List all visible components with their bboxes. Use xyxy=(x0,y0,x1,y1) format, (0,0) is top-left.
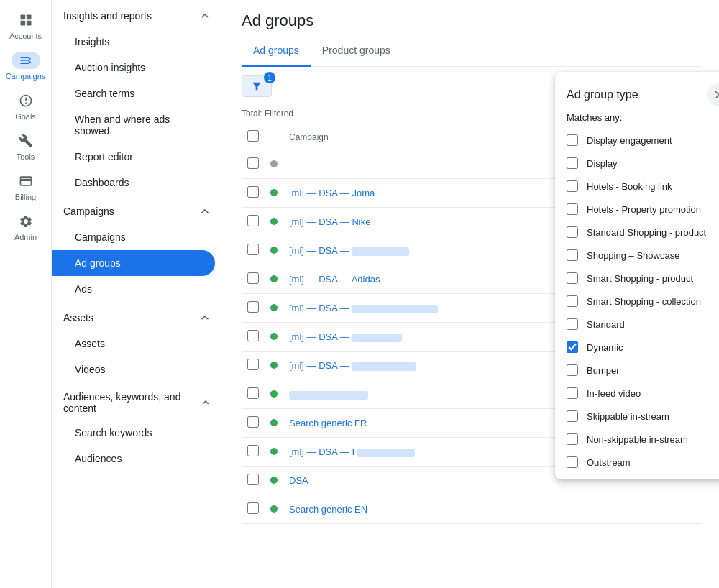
campaign-link[interactable]: DSA xyxy=(289,475,308,486)
option-checkbox-smart-shopping-product[interactable] xyxy=(567,272,578,284)
row-checkbox[interactable] xyxy=(247,474,259,485)
row-checkbox[interactable] xyxy=(247,359,259,370)
campaign-link[interactable]: [ml] — DSA — xyxy=(289,360,352,371)
sidebar-item-auction-insights[interactable]: Auction insights xyxy=(52,55,215,81)
status-dot xyxy=(270,247,278,254)
filter-option-outstream[interactable]: Outstream xyxy=(555,451,719,474)
sidebar-item-audiences[interactable]: Audiences xyxy=(52,446,215,472)
select-all-checkbox[interactable] xyxy=(247,130,259,142)
row-checkbox[interactable] xyxy=(247,272,259,284)
status-dot xyxy=(270,218,278,225)
filter-option-smart-shopping-collection[interactable]: Smart Shopping - collection xyxy=(555,290,719,313)
filter-option-bumper[interactable]: Bumper xyxy=(555,359,719,382)
sidebar-section-campaigns[interactable]: Campaigns xyxy=(52,196,224,224)
sidebar-section-insights-reports[interactable]: Insights and reports xyxy=(52,0,224,29)
row-checkbox[interactable] xyxy=(247,416,259,428)
close-modal-button[interactable] xyxy=(707,83,719,106)
filter-option-hotels-property[interactable]: Hotels - Property promotion xyxy=(555,198,719,221)
campaign-link[interactable]: [ml] — DSA — xyxy=(289,331,352,342)
filter-option-in-feed-video[interactable]: In-feed video xyxy=(555,382,719,405)
campaign-link[interactable]: [ml] — DSA — Adidas xyxy=(289,274,380,285)
campaign-link[interactable]: [ml] — DSA — I xyxy=(289,446,357,457)
campaign-link[interactable]: [ml] — DSA — Joma xyxy=(289,188,375,198)
option-checkbox-smart-shopping-collection[interactable] xyxy=(567,295,578,307)
filter-option-smart-shopping-product[interactable]: Smart Shopping - product xyxy=(555,267,719,290)
sidebar-item-search-keywords[interactable]: Search keywords xyxy=(52,420,215,446)
filter-option-display-engagement[interactable]: Display engagement xyxy=(555,129,719,152)
tab-product-groups[interactable]: Product groups xyxy=(311,36,402,67)
sidebar-item-assets[interactable]: Assets xyxy=(52,331,215,357)
row-checkbox[interactable] xyxy=(247,244,259,255)
admin-icon xyxy=(19,214,33,229)
option-checkbox-display[interactable] xyxy=(567,157,578,169)
svg-rect-3 xyxy=(26,21,31,26)
option-label: Hotels - Booking link xyxy=(587,181,672,192)
sidebar-section-audiences[interactable]: Audiences, keywords, and content xyxy=(52,382,224,420)
option-label: Display engagement xyxy=(587,135,672,146)
goals-icon xyxy=(19,93,33,108)
filter-option-non-skippable-instream[interactable]: Non-skippable in-stream xyxy=(555,428,719,451)
sidebar-item-insights[interactable]: Insights xyxy=(52,29,215,55)
option-checkbox-shopping-showcase[interactable] xyxy=(567,249,578,261)
option-checkbox-standard-shopping[interactable] xyxy=(567,226,578,238)
option-checkbox-skippable-instream[interactable] xyxy=(567,410,578,422)
filter-option-standard-shopping[interactable]: Standard Shopping - product xyxy=(555,221,719,244)
status-dot xyxy=(270,419,278,426)
row-checkbox[interactable] xyxy=(247,330,259,341)
row-checkbox[interactable] xyxy=(247,502,259,514)
campaign-link[interactable]: [ml] — DSA — xyxy=(289,303,352,313)
chevron-up-icon-2 xyxy=(198,204,212,219)
sidebar-item-search-terms[interactable]: Search terms xyxy=(52,81,215,106)
campaign-link[interactable]: Search generic EN xyxy=(289,504,367,515)
filter-option-dynamic[interactable]: Dynamic xyxy=(555,336,719,359)
sidebar-item-billing[interactable]: Billing xyxy=(0,167,51,207)
sidebar-item-ad-groups[interactable]: Ad groups xyxy=(52,250,215,276)
option-checkbox-standard[interactable] xyxy=(567,318,578,330)
tab-ad-groups[interactable]: Ad groups xyxy=(242,36,311,67)
svg-rect-0 xyxy=(20,15,25,20)
filter-option-hotels-booking[interactable]: Hotels - Booking link xyxy=(555,175,719,198)
row-checkbox[interactable] xyxy=(247,301,259,313)
filter-button[interactable]: 1 xyxy=(242,75,272,97)
option-checkbox-dynamic[interactable] xyxy=(567,341,578,353)
option-checkbox-in-feed-video[interactable] xyxy=(567,387,578,399)
sidebar-item-when-where[interactable]: When and where ads showed xyxy=(52,106,215,144)
billing-icon xyxy=(19,174,33,188)
sidebar-item-goals[interactable]: Goals xyxy=(0,86,51,127)
option-checkbox-outstream[interactable] xyxy=(567,456,578,468)
option-checkbox-hotels-property[interactable] xyxy=(567,203,578,215)
sidebar-item-tools[interactable]: Tools xyxy=(0,127,51,167)
option-label: Smart Shopping - product xyxy=(587,273,693,284)
filter-option-skippable-instream[interactable]: Skippable in-stream xyxy=(555,405,719,428)
campaign-link[interactable]: [ml] — DSA — xyxy=(289,245,352,256)
svg-rect-1 xyxy=(26,15,31,20)
option-checkbox-display-engagement[interactable] xyxy=(567,134,578,146)
sidebar-item-campaigns-link[interactable]: Campaigns xyxy=(52,224,215,250)
option-checkbox-hotels-booking[interactable] xyxy=(567,180,578,192)
main-content: Ad groups Ad groups Product groups 1 Tot… xyxy=(224,0,719,588)
campaign-link[interactable]: [ml] — DSA — Nike xyxy=(289,216,370,227)
row-checkbox[interactable] xyxy=(247,387,259,399)
sidebar-item-campaigns[interactable]: Campaigns xyxy=(0,46,51,86)
sidebar-item-videos[interactable]: Videos xyxy=(52,357,215,382)
status-dot xyxy=(270,304,278,311)
tools-icon xyxy=(19,134,33,148)
sidebar-section-assets[interactable]: Assets xyxy=(52,302,224,331)
sidebar-item-report-editor[interactable]: Report editor xyxy=(52,144,215,170)
campaign-link[interactable]: Search generic FR xyxy=(289,418,367,428)
filter-option-display[interactable]: Display xyxy=(555,152,719,175)
chevron-up-icon xyxy=(198,9,212,23)
sidebar-item-admin[interactable]: Admin xyxy=(0,207,51,247)
status-dot xyxy=(270,333,278,340)
sidebar-item-accounts[interactable]: Accounts xyxy=(0,6,51,46)
sidebar-item-ads[interactable]: Ads xyxy=(52,276,215,302)
row-checkbox[interactable] xyxy=(247,157,259,169)
filter-option-shopping-showcase[interactable]: Shopping – Showcase xyxy=(555,244,719,267)
option-checkbox-non-skippable-instream[interactable] xyxy=(567,433,578,445)
sidebar-item-dashboards[interactable]: Dashboards xyxy=(52,170,215,196)
row-checkbox[interactable] xyxy=(247,215,259,226)
filter-option-standard[interactable]: Standard xyxy=(555,313,719,336)
row-checkbox[interactable] xyxy=(247,445,259,456)
option-checkbox-bumper[interactable] xyxy=(567,364,578,376)
row-checkbox[interactable] xyxy=(247,186,259,198)
